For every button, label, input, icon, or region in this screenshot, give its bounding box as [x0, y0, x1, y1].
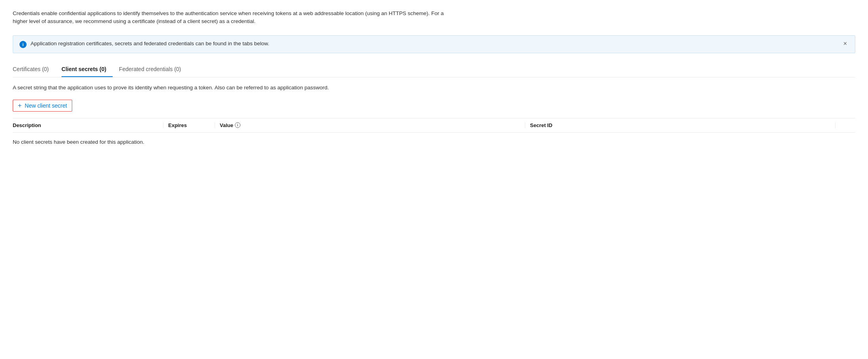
tab-certificates[interactable]: Certificates (0) — [13, 63, 55, 77]
section-description: A secret string that the application use… — [13, 84, 855, 92]
new-client-secret-label: New client secret — [25, 102, 67, 109]
column-header-expires: Expires — [163, 122, 215, 128]
empty-message: No client secrets have been created for … — [13, 133, 855, 151]
info-banner: i Application registration certificates,… — [13, 35, 855, 53]
table-header: Description Expires Value i Secret ID — [13, 118, 855, 133]
close-banner-button[interactable]: × — [842, 41, 849, 47]
column-header-value: Value i — [215, 122, 525, 128]
secrets-table: Description Expires Value i Secret ID No… — [13, 118, 855, 151]
column-value-label: Value — [220, 122, 233, 128]
tabs-container: Certificates (0) Client secrets (0) Fede… — [13, 63, 855, 77]
column-header-description: Description — [13, 122, 163, 128]
info-icon: i — [19, 41, 27, 48]
tab-federated-credentials[interactable]: Federated credentials (0) — [119, 63, 187, 77]
new-client-secret-button[interactable]: + New client secret — [13, 100, 72, 112]
tab-client-secrets[interactable]: Client secrets (0) — [61, 63, 113, 77]
column-header-spacer — [835, 122, 855, 128]
value-info-icon[interactable]: i — [235, 122, 240, 128]
plus-icon: + — [18, 102, 21, 109]
column-header-secret-id: Secret ID — [525, 122, 835, 128]
intro-text: Credentials enable confidential applicat… — [13, 10, 449, 26]
info-banner-text: Application registration certificates, s… — [31, 41, 269, 46]
info-banner-left: i Application registration certificates,… — [19, 41, 269, 48]
